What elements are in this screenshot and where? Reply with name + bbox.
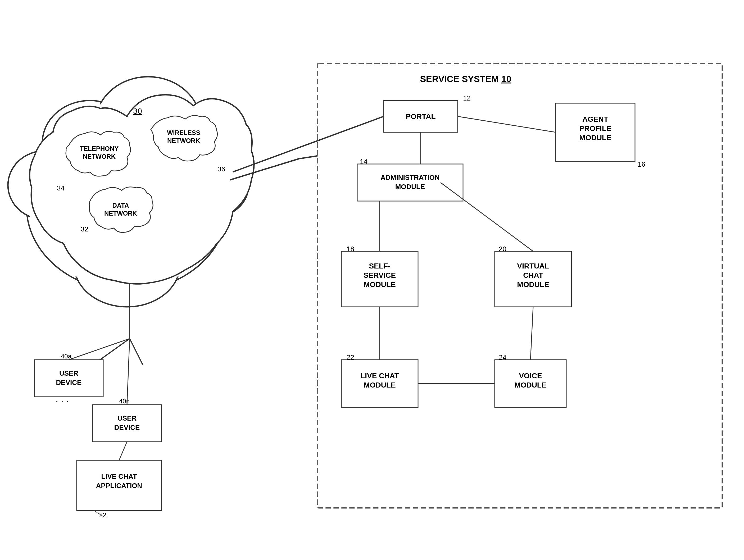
svg-text:NETWORK: NETWORK bbox=[167, 137, 200, 144]
svg-point-10 bbox=[151, 108, 230, 183]
svg-text:. . .: . . . bbox=[55, 394, 69, 404]
svg-text:APPLICATION: APPLICATION bbox=[96, 482, 142, 490]
svg-text:PROFILE: PROFILE bbox=[579, 124, 611, 133]
svg-text:USER: USER bbox=[59, 369, 78, 377]
svg-point-2 bbox=[95, 77, 201, 172]
svg-line-84 bbox=[233, 116, 384, 172]
svg-text:24: 24 bbox=[499, 353, 507, 361]
svg-point-6 bbox=[74, 222, 180, 307]
svg-text:MODULE: MODULE bbox=[364, 381, 396, 389]
svg-text:12: 12 bbox=[463, 94, 471, 102]
svg-text:22: 22 bbox=[346, 353, 354, 361]
svg-point-13 bbox=[77, 225, 177, 304]
svg-rect-34 bbox=[556, 103, 635, 161]
svg-text:MODULE: MODULE bbox=[395, 183, 425, 191]
svg-point-0 bbox=[27, 122, 228, 291]
svg-text:MODULE: MODULE bbox=[514, 381, 546, 389]
svg-text:LIVE CHAT: LIVE CHAT bbox=[101, 473, 137, 480]
svg-point-3 bbox=[148, 106, 233, 185]
svg-text:VOICE: VOICE bbox=[519, 372, 542, 380]
svg-rect-31 bbox=[384, 101, 458, 132]
svg-text:TELEPHONY: TELEPHONY bbox=[80, 145, 119, 152]
diagram-container: 30 TELEPHONY NETWORK WIRELESS NETWORK DA… bbox=[0, 0, 744, 560]
svg-text:MODULE: MODULE bbox=[517, 281, 549, 289]
svg-rect-73 bbox=[92, 405, 161, 442]
diagram-svg: 30 TELEPHONY NETWORK WIRELESS NETWORK DA… bbox=[0, 0, 744, 560]
svg-text:14: 14 bbox=[360, 158, 368, 165]
svg-rect-43 bbox=[341, 251, 418, 307]
svg-text:36: 36 bbox=[218, 165, 225, 173]
svg-text:34: 34 bbox=[57, 184, 65, 192]
svg-line-66 bbox=[530, 307, 533, 360]
svg-line-28 bbox=[299, 148, 368, 159]
svg-text:DATA: DATA bbox=[112, 202, 129, 209]
svg-text:AGENT: AGENT bbox=[582, 115, 608, 123]
svg-text:ADMINISTRATION: ADMINISTRATION bbox=[380, 174, 440, 182]
svg-rect-77 bbox=[77, 460, 161, 511]
svg-text:40n: 40n bbox=[119, 398, 129, 405]
svg-line-81 bbox=[119, 442, 127, 460]
svg-text:VIRTUAL: VIRTUAL bbox=[517, 262, 549, 270]
svg-text:SERVICE: SERVICE bbox=[364, 271, 396, 279]
svg-text:DEVICE: DEVICE bbox=[114, 423, 140, 432]
svg-text:16: 16 bbox=[638, 160, 645, 168]
svg-point-7 bbox=[29, 124, 225, 288]
svg-point-11 bbox=[10, 153, 79, 217]
svg-point-4 bbox=[8, 151, 82, 220]
svg-text:DEVICE: DEVICE bbox=[56, 378, 82, 386]
svg-text:20: 20 bbox=[499, 245, 507, 253]
svg-text:30: 30 bbox=[133, 107, 142, 115]
svg-rect-48 bbox=[495, 251, 571, 307]
svg-text:NETWORK: NETWORK bbox=[104, 210, 137, 217]
svg-text:SERVICE SYSTEM 10: SERVICE SYSTEM 10 bbox=[420, 74, 511, 84]
svg-text:MODULE: MODULE bbox=[364, 281, 396, 289]
svg-line-83 bbox=[69, 339, 129, 360]
svg-text:22: 22 bbox=[99, 511, 106, 519]
svg-text:SELF-: SELF- bbox=[369, 262, 390, 270]
svg-point-12 bbox=[183, 156, 246, 214]
svg-line-64 bbox=[441, 183, 533, 251]
svg-rect-29 bbox=[318, 64, 722, 508]
svg-text:USER: USER bbox=[117, 414, 137, 422]
svg-line-25 bbox=[92, 339, 129, 365]
svg-line-82 bbox=[127, 339, 129, 405]
svg-rect-39 bbox=[357, 164, 463, 201]
svg-text:CHAT: CHAT bbox=[523, 271, 543, 279]
svg-text:NETWORK: NETWORK bbox=[83, 153, 116, 160]
svg-point-1 bbox=[42, 101, 138, 185]
svg-text:18: 18 bbox=[346, 245, 354, 253]
svg-text:32: 32 bbox=[81, 225, 88, 233]
svg-line-26 bbox=[129, 339, 143, 365]
svg-point-5 bbox=[180, 153, 249, 217]
svg-line-27 bbox=[230, 159, 299, 180]
svg-text:40a: 40a bbox=[61, 352, 72, 360]
svg-text:WIRELESS: WIRELESS bbox=[167, 129, 200, 136]
svg-text:PORTAL: PORTAL bbox=[406, 112, 436, 121]
svg-rect-68 bbox=[34, 360, 103, 397]
svg-rect-57 bbox=[495, 360, 566, 407]
svg-rect-53 bbox=[341, 360, 418, 407]
svg-text:LIVE CHAT: LIVE CHAT bbox=[360, 372, 399, 380]
svg-point-9 bbox=[98, 79, 198, 169]
svg-text:MODULE: MODULE bbox=[579, 134, 611, 142]
svg-point-8 bbox=[45, 103, 135, 183]
svg-line-62 bbox=[458, 116, 556, 132]
